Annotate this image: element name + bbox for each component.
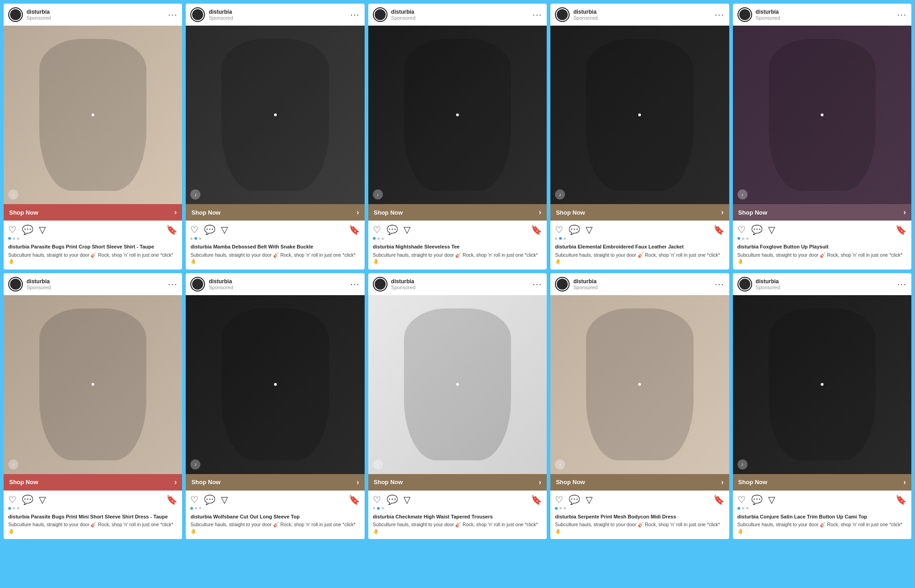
save-icon[interactable]: 🔖 xyxy=(531,224,542,235)
more-button[interactable]: ··· xyxy=(350,10,360,20)
share-icon[interactable]: ▽ xyxy=(39,494,46,505)
account-name: disturbia xyxy=(756,278,780,285)
figure-silhouette xyxy=(221,308,328,460)
shop-now-bar[interactable]: Shop Now › xyxy=(733,474,911,491)
product-image: ♪ xyxy=(733,26,911,204)
more-button[interactable]: ··· xyxy=(715,280,725,289)
save-icon[interactable]: 🔖 xyxy=(713,224,725,235)
carousel-dot xyxy=(638,383,641,386)
comment-icon[interactable]: 💬 xyxy=(569,494,580,505)
more-button[interactable]: ··· xyxy=(897,280,907,289)
share-icon[interactable]: ▽ xyxy=(768,224,775,235)
like-icon[interactable]: ♡ xyxy=(737,224,746,235)
shop-now-label: Shop Now xyxy=(374,479,403,486)
save-icon[interactable]: 🔖 xyxy=(713,494,725,505)
action-icons-left: ♡ 💬 ▽ xyxy=(737,224,775,235)
shop-now-bar[interactable]: Shop Now › xyxy=(4,204,182,221)
shop-now-bar[interactable]: Shop Now › xyxy=(186,474,364,491)
shop-now-chevron: › xyxy=(904,208,906,216)
carousel-dot-1 xyxy=(742,507,744,509)
sponsored-label: Sponsored xyxy=(573,285,597,290)
sponsored-label: Sponsored xyxy=(27,285,51,290)
header-left: disturbia Sponsored xyxy=(737,7,780,22)
like-icon[interactable]: ♡ xyxy=(190,494,199,505)
save-icon[interactable]: 🔖 xyxy=(166,494,178,505)
sponsored-label: Sponsored xyxy=(209,15,233,21)
carousel-dot xyxy=(274,383,277,386)
more-button[interactable]: ··· xyxy=(533,280,542,289)
like-icon[interactable]: ♡ xyxy=(737,494,746,505)
save-icon[interactable]: 🔖 xyxy=(166,224,178,235)
figure-silhouette xyxy=(221,39,328,191)
shop-now-bar[interactable]: Shop Now › xyxy=(733,204,911,221)
shop-now-chevron: › xyxy=(174,208,177,216)
shop-now-label: Shop Now xyxy=(191,209,221,216)
shop-now-bar[interactable]: Shop Now › xyxy=(550,204,729,221)
shop-now-chevron: › xyxy=(539,208,541,216)
carousel-dot-2 xyxy=(564,507,566,509)
product-name: disturbia Wolfsbane Cut Out Long Sleeve … xyxy=(190,513,360,520)
comment-icon[interactable]: 💬 xyxy=(751,224,763,235)
card-actions: ♡ 💬 ▽ 🔖 xyxy=(4,491,182,507)
card-4: disturbia Sponsored ··· ♪ Shop Now › ♡ 💬… xyxy=(550,4,729,270)
avatar xyxy=(8,7,23,22)
shop-now-bar[interactable]: Shop Now › xyxy=(186,204,364,221)
image-bg xyxy=(733,26,911,204)
save-icon[interactable]: 🔖 xyxy=(895,224,907,235)
share-icon[interactable]: ▽ xyxy=(586,224,592,235)
save-icon[interactable]: 🔖 xyxy=(895,494,907,505)
like-icon[interactable]: ♡ xyxy=(8,494,16,505)
save-icon[interactable]: 🔖 xyxy=(531,494,542,505)
product-description: Subculture hauls, straight to your door … xyxy=(555,521,724,534)
product-image: ♪ xyxy=(733,295,911,474)
comment-icon[interactable]: 💬 xyxy=(22,494,33,505)
comment-icon[interactable]: 💬 xyxy=(569,224,580,235)
product-name: disturbia Nightshade Sleeveless Tee xyxy=(373,243,542,250)
action-icons-left: ♡ 💬 ▽ xyxy=(737,494,775,505)
header-left: disturbia Sponsored xyxy=(373,7,415,22)
carousel-dot-0 xyxy=(555,507,558,510)
like-icon[interactable]: ♡ xyxy=(373,494,381,505)
carousel-dots xyxy=(733,237,911,242)
share-icon[interactable]: ▽ xyxy=(221,224,228,235)
comment-icon[interactable]: 💬 xyxy=(204,494,215,505)
sponsored-label: Sponsored xyxy=(391,15,415,21)
more-button[interactable]: ··· xyxy=(350,280,360,289)
more-button[interactable]: ··· xyxy=(168,280,178,289)
account-name: disturbia xyxy=(573,278,597,285)
like-icon[interactable]: ♡ xyxy=(190,224,199,235)
more-button[interactable]: ··· xyxy=(533,10,542,20)
comment-icon[interactable]: 💬 xyxy=(387,494,398,505)
share-icon[interactable]: ▽ xyxy=(768,494,775,505)
more-button[interactable]: ··· xyxy=(715,10,725,20)
shop-now-bar[interactable]: Shop Now › xyxy=(4,474,182,491)
like-icon[interactable]: ♡ xyxy=(555,224,563,235)
comment-icon[interactable]: 💬 xyxy=(387,224,398,235)
save-icon[interactable]: 🔖 xyxy=(349,224,360,235)
comment-icon[interactable]: 💬 xyxy=(751,494,763,505)
comment-icon[interactable]: 💬 xyxy=(22,224,33,235)
share-icon[interactable]: ▽ xyxy=(39,224,46,235)
avatar xyxy=(737,277,752,291)
carousel-dot xyxy=(821,113,824,116)
share-icon[interactable]: ▽ xyxy=(586,494,592,505)
shop-now-bar[interactable]: Shop Now › xyxy=(550,474,729,491)
action-icons-left: ♡ 💬 ▽ xyxy=(373,224,410,235)
account-name: disturbia xyxy=(391,278,415,285)
share-icon[interactable]: ▽ xyxy=(404,494,410,505)
share-icon[interactable]: ▽ xyxy=(404,224,410,235)
save-icon[interactable]: 🔖 xyxy=(349,494,360,505)
account-info: disturbia Sponsored xyxy=(756,9,780,21)
shop-now-bar[interactable]: Shop Now › xyxy=(368,204,547,221)
card-header: disturbia Sponsored ··· xyxy=(186,4,364,26)
share-icon[interactable]: ▽ xyxy=(221,494,228,505)
like-icon[interactable]: ♡ xyxy=(373,224,381,235)
shop-now-bar[interactable]: Shop Now › xyxy=(368,474,547,491)
more-button[interactable]: ··· xyxy=(897,10,907,20)
more-button[interactable]: ··· xyxy=(168,10,178,20)
like-icon[interactable]: ♡ xyxy=(555,494,563,505)
audio-icon: ♪ xyxy=(190,459,200,469)
comment-icon[interactable]: 💬 xyxy=(204,224,215,235)
avatar-image xyxy=(556,8,569,21)
like-icon[interactable]: ♡ xyxy=(8,224,16,235)
